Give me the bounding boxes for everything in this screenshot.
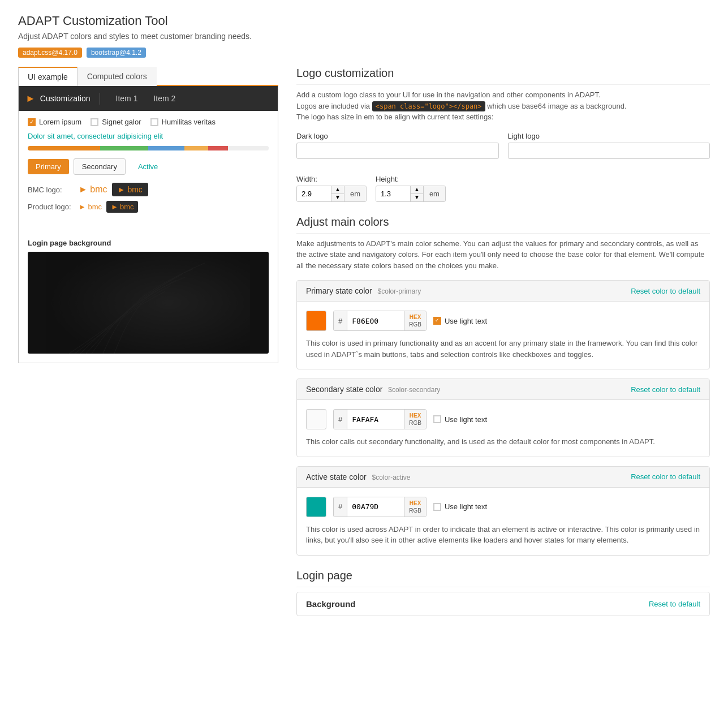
active-reset-link[interactable]: Reset color to default: [631, 472, 700, 481]
primary-color-var: $color-primary: [378, 287, 421, 295]
secondary-color-swatch[interactable]: [306, 409, 326, 429]
nav-logo-text: Customization: [40, 94, 91, 103]
secondary-use-light-text[interactable]: Use light text: [433, 415, 487, 424]
width-unit: em: [344, 186, 366, 201]
light-logo-label: Light logo: [508, 132, 710, 140]
preview-body: Lorem ipsum Signet galor Humilitas verit…: [19, 111, 278, 224]
bmc-logo-light: ► bmc: [79, 184, 107, 195]
badge-bootstrap: bootstrap@4.1.2: [87, 48, 146, 58]
secondary-hash: #: [334, 410, 347, 429]
secondary-color-input-wrap: # HEX RGB: [333, 409, 427, 429]
height-up[interactable]: ▲: [411, 186, 423, 194]
login-bg-section: Login page background: [19, 224, 278, 363]
width-up[interactable]: ▲: [331, 186, 344, 194]
tab-ui-example[interactable]: UI example: [18, 67, 77, 86]
login-bg-reset-link[interactable]: Reset to default: [649, 600, 700, 608]
btn-active[interactable]: Active: [130, 159, 166, 174]
logo-desc-3: which use base64 image as a background.: [487, 102, 626, 110]
adjust-colors-title: Adjust main colors: [296, 216, 710, 234]
nav-item-2[interactable]: Item 2: [147, 89, 182, 107]
active-use-light-text[interactable]: Use light text: [433, 502, 487, 511]
secondary-color-picker-row: # HEX RGB Use light text: [306, 409, 700, 429]
checkbox-3-label: Humilitas veritas: [162, 118, 216, 126]
active-hash: #: [334, 497, 347, 517]
primary-color-title-text: Primary state color: [306, 286, 372, 295]
logo-desc-4: The logo has size in em to be align with…: [296, 113, 493, 121]
product-logo-dark: ► bmc: [106, 201, 138, 213]
active-light-cb[interactable]: [433, 503, 441, 511]
login-bg-preview: [28, 252, 269, 354]
active-color-var: $color-active: [372, 474, 411, 481]
height-input[interactable]: [376, 186, 410, 201]
preview-link[interactable]: Dolor sit amet, consectetur adipisicing …: [28, 132, 269, 140]
dark-logo-input[interactable]: [296, 143, 499, 159]
width-down[interactable]: ▼: [331, 194, 344, 201]
secondary-hex-input[interactable]: [347, 410, 404, 429]
primary-color-input-wrap: # HEX RGB: [333, 311, 427, 331]
active-color-section: Active state color $color-active Reset c…: [296, 466, 710, 556]
secondary-reset-link[interactable]: Reset color to default: [631, 385, 700, 394]
active-color-picker-row: # HEX RGB Use light text: [306, 497, 700, 517]
primary-hash: #: [334, 311, 347, 330]
primary-hex-rgb-toggle[interactable]: HEX RGB: [404, 311, 426, 330]
product-logo-dark-icon: ►: [111, 203, 118, 211]
btn-secondary[interactable]: Secondary: [74, 158, 126, 175]
height-unit: em: [423, 186, 445, 201]
active-hex-rgb-toggle[interactable]: HEX RGB: [404, 497, 426, 517]
logo-input-grid: Dark logo Light logo: [296, 132, 710, 166]
checkbox-3[interactable]: Humilitas veritas: [150, 118, 216, 126]
bmc-logo-label: BMC logo:: [28, 186, 79, 194]
height-group: Height: ▲ ▼ em: [376, 175, 446, 202]
primary-color-title: Primary state color $color-primary: [306, 286, 421, 295]
nav-logo: ► Customization: [25, 93, 100, 105]
primary-hex-input[interactable]: [347, 311, 404, 330]
right-panel: Logo customization Add a custom logo cla…: [296, 67, 710, 616]
tab-computed-colors[interactable]: Computed colors: [77, 67, 157, 86]
active-hex-input[interactable]: [347, 497, 404, 517]
checkbox-2-label: Signet galor: [102, 118, 141, 126]
secondary-color-title: Secondary state color $color-secondary: [306, 385, 440, 394]
secondary-color-var: $color-secondary: [388, 386, 440, 394]
secondary-color-desc: This color calls out secondary functiona…: [306, 436, 700, 448]
width-input[interactable]: [297, 186, 331, 201]
nav-item-1[interactable]: Item 1: [109, 89, 145, 107]
primary-color-picker-row: # HEX RGB Use light text: [306, 311, 700, 331]
secondary-light-text-label: Use light text: [445, 415, 487, 424]
checkbox-1-label: Lorem ipsum: [39, 118, 81, 126]
primary-rgb-label: RGB: [409, 321, 421, 328]
size-row: Width: ▲ ▼ em Height:: [296, 175, 710, 202]
primary-hex-label: HEX: [410, 313, 421, 321]
primary-color-header: Primary state color $color-primary Reset…: [297, 281, 709, 302]
primary-color-swatch[interactable]: [306, 311, 326, 331]
secondary-light-cb[interactable]: [433, 415, 441, 423]
secondary-hex-rgb-toggle[interactable]: HEX RGB: [404, 410, 426, 429]
width-group: Width: ▲ ▼ em: [296, 175, 367, 202]
primary-reset-link[interactable]: Reset color to default: [631, 287, 700, 295]
logo-code-tag: <span class="logo"></span>: [372, 101, 485, 111]
secondary-color-body: # HEX RGB Use light text This colo: [297, 400, 709, 457]
logo-customization-title: Logo customization: [296, 67, 710, 85]
checkbox-row: Lorem ipsum Signet galor Humilitas verit…: [28, 118, 269, 126]
product-logo-light: ► bmc: [79, 203, 102, 211]
height-down[interactable]: ▼: [411, 194, 423, 201]
light-logo-input[interactable]: [508, 143, 710, 159]
active-color-swatch[interactable]: [306, 497, 326, 517]
pb-seg-blue: [148, 146, 184, 150]
checkbox-2[interactable]: Signet galor: [91, 118, 141, 126]
login-bg-section-title: Background: [306, 599, 356, 609]
width-input-wrap: ▲ ▼ em: [296, 186, 367, 202]
active-light-text-label: Use light text: [445, 502, 487, 511]
checkbox-3-box[interactable]: [150, 118, 158, 126]
checkbox-1[interactable]: Lorem ipsum: [28, 118, 81, 126]
tab-bar: UI example Computed colors: [18, 67, 278, 86]
checkbox-2-box[interactable]: [91, 118, 98, 126]
primary-use-light-text[interactable]: Use light text: [433, 317, 487, 325]
secondary-hex-label: HEX: [410, 412, 421, 419]
primary-light-cb[interactable]: [433, 317, 441, 325]
checkbox-1-box[interactable]: [28, 118, 36, 126]
secondary-rgb-label: RGB: [409, 419, 421, 427]
product-logo-row: Product logo: ► bmc ► bmc: [28, 201, 269, 213]
width-label: Width:: [296, 175, 367, 183]
btn-primary[interactable]: Primary: [28, 159, 69, 174]
login-bg-label: Login page background: [28, 239, 269, 247]
